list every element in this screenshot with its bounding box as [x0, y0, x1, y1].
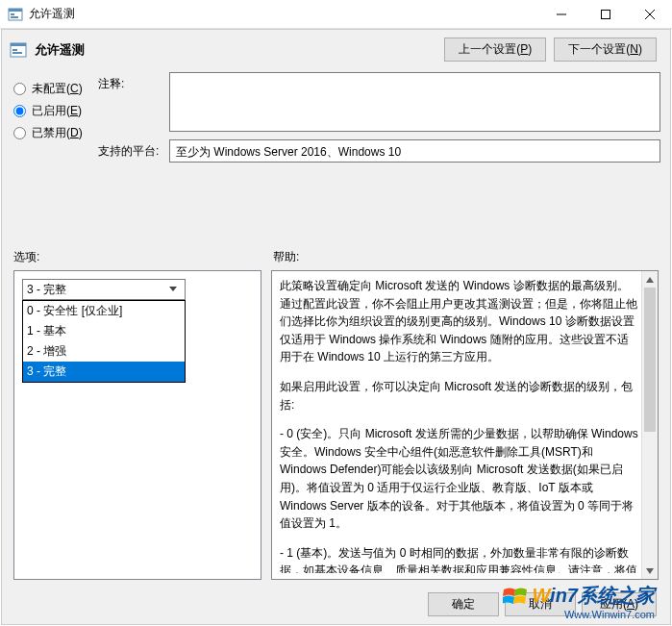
scroll-up-button[interactable] [642, 271, 658, 288]
minimize-button[interactable] [539, 0, 584, 29]
scroll-down-button[interactable] [642, 563, 658, 579]
dropdown-item-1[interactable]: 1 - 基本 [23, 321, 185, 341]
svg-rect-1 [9, 9, 22, 12]
next-setting-button[interactable]: 下一个设置(N) [554, 38, 657, 62]
radio-disabled-label[interactable]: 已禁用(D) [32, 125, 83, 141]
dropdown-item-3[interactable]: 3 - 完整 [23, 362, 185, 382]
dropdown-item-0[interactable]: 0 - 安全性 [仅企业] [23, 301, 185, 321]
help-text: 此策略设置确定向 Microsoft 发送的 Windows 诊断数据的最高级别… [280, 277, 638, 573]
ok-button[interactable]: 确定 [428, 592, 499, 616]
policy-icon [10, 41, 27, 59]
radio-disabled[interactable] [13, 127, 26, 139]
close-button[interactable] [628, 0, 672, 29]
radio-not-configured-label[interactable]: 未配置(C) [32, 81, 83, 97]
chevron-down-icon [165, 287, 181, 292]
help-scrollbar[interactable] [641, 271, 658, 579]
apply-button[interactable]: 应用(A) [582, 592, 657, 616]
platform-label: 支持的平台: [98, 139, 169, 163]
help-label: 帮助: [273, 249, 659, 265]
svg-rect-11 [12, 52, 22, 54]
help-panel: 此策略设置确定向 Microsoft 发送的 Windows 诊断数据的最高级别… [271, 270, 659, 580]
title-bar: 允许遥测 [0, 0, 672, 29]
comment-label: 注释: [98, 72, 169, 92]
svg-rect-9 [11, 43, 26, 46]
previous-setting-button[interactable]: 上一个设置(P) [444, 38, 546, 62]
radio-enabled-label[interactable]: 已启用(E) [32, 103, 82, 119]
supported-platform-box: 至少为 Windows Server 2016、Windows 10 [169, 139, 660, 163]
window-title: 允许遥测 [29, 6, 539, 22]
client-area: 允许遥测 上一个设置(P) 下一个设置(N) 未配置(C) 已启用(E) 已禁用… [1, 29, 671, 625]
telemetry-level-dropdown: 0 - 安全性 [仅企业] 1 - 基本 2 - 增强 3 - 完整 [22, 300, 186, 383]
radio-enabled[interactable] [13, 105, 26, 117]
svg-rect-5 [602, 10, 610, 18]
telemetry-level-combobox[interactable]: 3 - 完整 [22, 279, 186, 300]
header-title: 允许遥测 [35, 41, 444, 59]
svg-rect-10 [12, 49, 17, 51]
svg-rect-3 [11, 16, 18, 18]
dropdown-item-2[interactable]: 2 - 增强 [23, 341, 185, 362]
svg-rect-2 [11, 13, 14, 15]
cancel-button[interactable]: 取消 [505, 592, 576, 616]
window-icon [8, 7, 23, 22]
options-label: 选项: [13, 249, 273, 265]
maximize-button[interactable] [584, 0, 628, 29]
radio-not-configured[interactable] [13, 83, 26, 95]
comment-textarea[interactable] [169, 72, 660, 132]
combobox-selected-text: 3 - 完整 [27, 282, 66, 298]
scroll-thumb[interactable] [644, 288, 656, 432]
options-panel: 3 - 完整 0 - 安全性 [仅企业] 1 - 基本 2 - 增强 3 - 完… [13, 270, 261, 580]
